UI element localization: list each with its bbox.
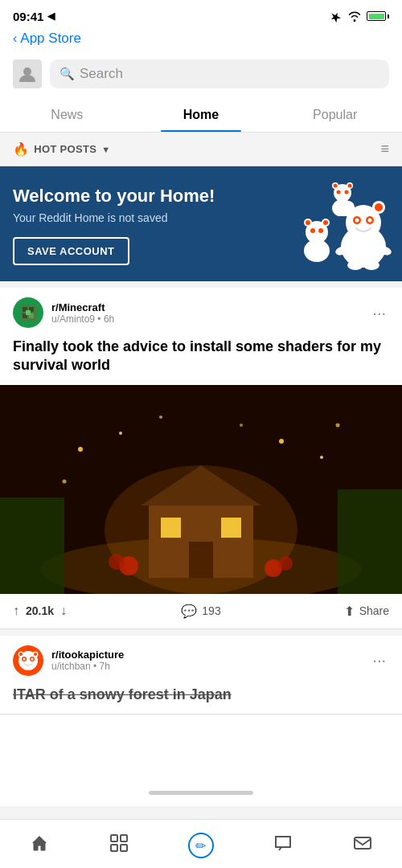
svg-point-54 bbox=[240, 424, 243, 427]
svg-point-0 bbox=[23, 68, 31, 76]
location-icon: ◀ bbox=[47, 10, 55, 22]
svg-point-63 bbox=[31, 657, 34, 660]
welcome-subtitle: Your Reddit Home is not saved bbox=[13, 211, 257, 224]
post-info-2: u/itchban • 7h bbox=[51, 661, 124, 672]
subreddit-icon-itookapicture[interactable] bbox=[13, 645, 43, 676]
svg-point-48 bbox=[119, 432, 122, 435]
downvote-button[interactable]: ↓ bbox=[60, 604, 67, 618]
post-title: Finally took the advice to install some … bbox=[0, 334, 402, 385]
post-title-2: ITAR of a snowy forest in Japan bbox=[0, 682, 402, 714]
create-post-button[interactable]: ✏ bbox=[188, 833, 214, 858]
svg-point-65 bbox=[19, 653, 23, 656]
hot-posts-bar[interactable]: 🔥 HOT POSTS ▼ ≡ bbox=[0, 133, 402, 166]
nav-item-chat[interactable] bbox=[263, 829, 303, 862]
search-placeholder: Search bbox=[80, 66, 123, 82]
svg-point-17 bbox=[306, 220, 310, 225]
svg-point-28 bbox=[337, 190, 341, 194]
back-arrow-icon: ‹ bbox=[13, 31, 17, 46]
share-icon: ⬆ bbox=[344, 604, 355, 619]
dropdown-arrow-icon: ▼ bbox=[101, 145, 110, 154]
svg-rect-68 bbox=[111, 835, 117, 841]
svg-point-27 bbox=[348, 184, 352, 188]
nav-item-communities[interactable] bbox=[99, 829, 139, 862]
post-header-left: r/Minecraft u/Aminto9 • 6h bbox=[13, 297, 114, 328]
tab-home[interactable]: Home bbox=[134, 96, 269, 132]
comment-count: 193 bbox=[202, 604, 220, 617]
status-bar: 09:41 ◀ bbox=[0, 0, 402, 29]
hot-posts-label: HOT POSTS bbox=[34, 143, 96, 155]
post-header: r/Minecraft u/Aminto9 • 6h ··· bbox=[0, 288, 402, 334]
grid-nav-icon bbox=[109, 833, 129, 858]
subreddit-name[interactable]: r/Minecraft bbox=[51, 301, 114, 313]
vote-section: ↑ 20.1k ↓ bbox=[13, 604, 136, 618]
app-store-nav[interactable]: ‹ App Store bbox=[0, 29, 402, 53]
snoo-small1-icon bbox=[297, 215, 336, 263]
snoo-illustration bbox=[273, 174, 402, 271]
vote-count: 20.1k bbox=[26, 604, 54, 617]
nav-item-home[interactable] bbox=[19, 829, 59, 862]
svg-point-14 bbox=[363, 260, 379, 270]
svg-point-25 bbox=[334, 184, 338, 188]
battery-icon bbox=[367, 11, 389, 21]
svg-rect-40 bbox=[338, 489, 402, 594]
user-avatar[interactable] bbox=[13, 59, 42, 88]
minecraft-icon bbox=[16, 301, 40, 325]
welcome-title: Welcome to your Home! bbox=[13, 186, 257, 207]
svg-point-8 bbox=[355, 219, 359, 223]
svg-point-67 bbox=[34, 653, 37, 656]
list-view-icon[interactable]: ≡ bbox=[380, 141, 389, 158]
subreddit-icon-minecraft[interactable] bbox=[13, 297, 43, 328]
home-bar bbox=[149, 791, 253, 795]
post-header-2: r/itookapicture u/itchban • 7h ··· bbox=[0, 636, 402, 682]
hot-posts-filter[interactable]: 🔥 HOT POSTS ▼ bbox=[13, 141, 110, 157]
svg-point-62 bbox=[23, 657, 26, 660]
upvote-button[interactable]: ↑ bbox=[13, 604, 19, 618]
tab-popular[interactable]: Popular bbox=[268, 96, 402, 132]
bottom-nav: ✏ bbox=[0, 819, 402, 868]
svg-point-10 bbox=[368, 219, 372, 223]
svg-rect-72 bbox=[355, 837, 371, 849]
subreddit-name-2[interactable]: r/itookapicture bbox=[51, 649, 124, 661]
save-account-button[interactable]: SAVE ACCOUNT bbox=[13, 237, 129, 265]
status-icons bbox=[330, 10, 389, 23]
flame-icon: 🔥 bbox=[13, 141, 29, 157]
svg-point-6 bbox=[375, 203, 383, 211]
svg-point-21 bbox=[318, 228, 323, 233]
avatar-icon bbox=[18, 65, 36, 83]
more-options-button-2[interactable]: ··· bbox=[369, 648, 389, 673]
svg-point-50 bbox=[279, 439, 284, 444]
svg-point-30 bbox=[332, 199, 353, 216]
upvote-icon: ↑ bbox=[13, 604, 19, 618]
comment-button[interactable]: 💬 193 bbox=[139, 604, 262, 619]
chat-nav-icon bbox=[273, 833, 293, 858]
post-card-minecraft: r/Minecraft u/Aminto9 • 6h ··· Finally t… bbox=[0, 288, 402, 628]
reddit-alien-icon bbox=[17, 649, 39, 672]
minecraft-scene-illustration bbox=[0, 385, 402, 594]
svg-point-49 bbox=[63, 479, 67, 483]
post-image[interactable] bbox=[0, 385, 402, 594]
share-button[interactable]: ⬆ Share bbox=[266, 604, 389, 619]
divider bbox=[0, 628, 402, 629]
search-input[interactable]: 🔍 Search bbox=[50, 59, 389, 88]
post-meta-2: r/itookapicture u/itchban • 7h bbox=[51, 649, 124, 672]
svg-point-47 bbox=[78, 447, 83, 452]
svg-point-19 bbox=[323, 220, 328, 225]
share-label: Share bbox=[359, 604, 389, 617]
svg-rect-70 bbox=[111, 845, 117, 851]
tab-news[interactable]: News bbox=[0, 96, 134, 132]
app-store-link[interactable]: App Store bbox=[20, 31, 81, 47]
svg-point-22 bbox=[304, 240, 330, 262]
nav-item-inbox[interactable] bbox=[343, 829, 383, 862]
snoo-small2-icon bbox=[327, 180, 358, 216]
post-actions: ↑ 20.1k ↓ 💬 193 ⬆ Share bbox=[0, 594, 402, 628]
svg-point-29 bbox=[345, 190, 349, 194]
more-options-button[interactable]: ··· bbox=[369, 301, 389, 326]
svg-point-13 bbox=[347, 260, 363, 270]
tabs-bar: News Home Popular bbox=[0, 96, 402, 133]
post-card-itookapicture: r/itookapicture u/itchban • 7h ··· ITAR … bbox=[0, 636, 402, 714]
nav-item-create[interactable]: ✏ bbox=[178, 829, 224, 862]
airplane-icon bbox=[330, 10, 343, 23]
wifi-icon bbox=[347, 10, 362, 22]
svg-rect-71 bbox=[121, 845, 127, 851]
svg-point-51 bbox=[320, 456, 323, 459]
